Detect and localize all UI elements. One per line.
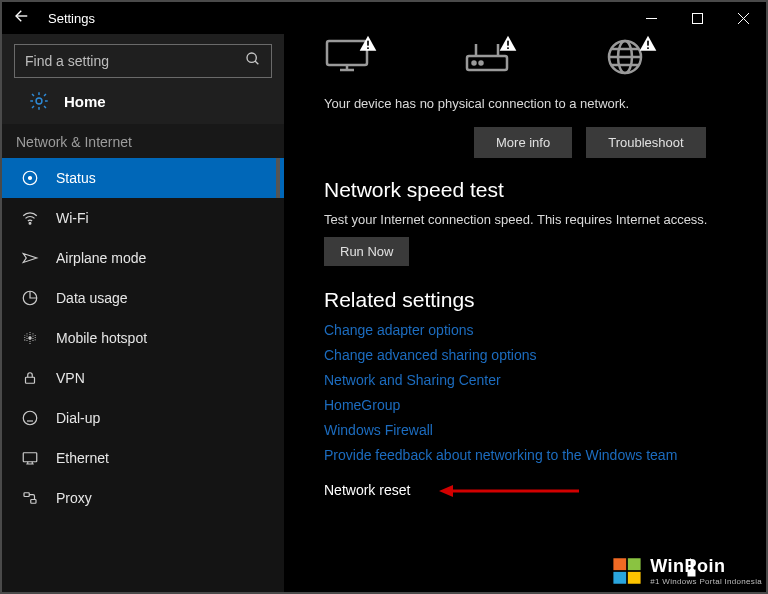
router-icon [464, 38, 514, 78]
link-homegroup[interactable]: HomeGroup [324, 397, 742, 413]
link-firewall[interactable]: Windows Firewall [324, 422, 742, 438]
window-controls [628, 2, 766, 34]
svg-rect-17 [367, 47, 369, 49]
back-button[interactable] [2, 7, 42, 30]
svg-point-9 [29, 337, 31, 339]
gear-icon [28, 90, 50, 112]
run-now-button[interactable]: Run Now [324, 237, 409, 266]
svg-point-2 [247, 53, 256, 62]
network-reset-link[interactable]: Network reset [324, 482, 410, 498]
ethernet-icon [20, 449, 40, 467]
svg-rect-16 [367, 41, 369, 46]
status-message: Your device has no physical connection t… [324, 96, 742, 111]
nav-list: Status Wi-Fi Airplane mode [2, 158, 284, 592]
nav-item-vpn[interactable]: VPN [2, 358, 284, 398]
nav-label: Wi-Fi [56, 210, 89, 226]
speed-test-heading: Network speed test [324, 178, 742, 202]
svg-point-19 [473, 62, 476, 65]
nav-item-hotspot[interactable]: Mobile hotspot [2, 318, 284, 358]
svg-point-7 [29, 222, 31, 224]
network-reset-row: Network reset [324, 472, 742, 508]
link-feedback[interactable]: Provide feedback about networking to the… [324, 447, 742, 463]
link-adapter-options[interactable]: Change adapter options [324, 322, 742, 338]
svg-rect-10 [26, 377, 35, 383]
nav-item-airplane[interactable]: Airplane mode [2, 238, 284, 278]
svg-point-11 [23, 411, 37, 425]
warning-icon [498, 34, 518, 58]
proxy-icon [20, 489, 40, 507]
maximize-button[interactable] [674, 2, 720, 34]
status-icon [20, 169, 40, 187]
nav-label: VPN [56, 370, 85, 386]
nav-item-data-usage[interactable]: Data usage [2, 278, 284, 318]
svg-rect-12 [23, 453, 37, 462]
nav-item-ethernet[interactable]: Ethernet [2, 438, 284, 478]
pc-icon [324, 38, 374, 78]
svg-point-20 [480, 62, 483, 65]
window-title: Settings [48, 11, 628, 26]
mouse-cursor-icon [682, 555, 702, 583]
sidebar-top: Home [2, 34, 284, 124]
titlebar: Settings [2, 2, 766, 34]
svg-rect-21 [507, 41, 509, 46]
related-heading: Related settings [324, 288, 742, 312]
content-pane: Your device has no physical connection t… [284, 34, 766, 592]
warning-icon [638, 34, 658, 58]
nav-label: Data usage [56, 290, 128, 306]
svg-rect-13 [24, 493, 29, 497]
nav-label: Ethernet [56, 450, 109, 466]
link-network-center[interactable]: Network and Sharing Center [324, 372, 742, 388]
settings-window: Settings [2, 2, 766, 592]
svg-marker-28 [439, 485, 453, 497]
link-sharing-options[interactable]: Change advanced sharing options [324, 347, 742, 363]
svg-point-4 [36, 98, 42, 104]
svg-line-3 [255, 61, 258, 64]
svg-rect-26 [647, 47, 649, 49]
status-buttons: More info Troubleshoot [474, 127, 742, 158]
category-label: Network & Internet [2, 124, 284, 158]
nav-label: Status [56, 170, 96, 186]
warning-icon [358, 34, 378, 58]
nav-label: Airplane mode [56, 250, 146, 266]
body: Home Network & Internet Status Wi-Fi [2, 34, 766, 592]
minimize-button[interactable] [628, 2, 674, 34]
globe-icon [604, 38, 654, 78]
data-usage-icon [20, 289, 40, 307]
dialup-icon [20, 409, 40, 427]
nav-item-dialup[interactable]: Dial-up [2, 398, 284, 438]
home-label: Home [64, 93, 106, 110]
vpn-icon [20, 369, 40, 387]
svg-rect-14 [31, 500, 36, 504]
nav-label: Mobile hotspot [56, 330, 147, 346]
airplane-icon [20, 249, 40, 267]
svg-rect-22 [507, 47, 509, 49]
svg-rect-1 [692, 13, 702, 23]
scrollbar-thumb[interactable] [276, 158, 280, 198]
svg-rect-25 [647, 41, 649, 46]
nav-item-status[interactable]: Status [2, 158, 284, 198]
nav-item-proxy[interactable]: Proxy [2, 478, 284, 518]
home-link[interactable]: Home [14, 78, 272, 120]
troubleshoot-button[interactable]: Troubleshoot [586, 127, 705, 158]
speed-test-desc: Test your Internet connection speed. Thi… [324, 212, 742, 227]
network-icon-row [324, 34, 742, 90]
search-input[interactable] [25, 53, 245, 69]
nav-label: Dial-up [56, 410, 100, 426]
nav-item-wifi[interactable]: Wi-Fi [2, 198, 284, 238]
annotation-arrow [439, 481, 579, 499]
svg-rect-0 [646, 18, 657, 19]
wifi-icon [20, 209, 40, 227]
search-box[interactable] [14, 44, 272, 78]
search-icon [245, 51, 261, 71]
nav-label: Proxy [56, 490, 92, 506]
sidebar: Home Network & Internet Status Wi-Fi [2, 34, 284, 592]
hotspot-icon [20, 329, 40, 347]
close-button[interactable] [720, 2, 766, 34]
svg-point-6 [29, 177, 32, 180]
more-info-button[interactable]: More info [474, 127, 572, 158]
